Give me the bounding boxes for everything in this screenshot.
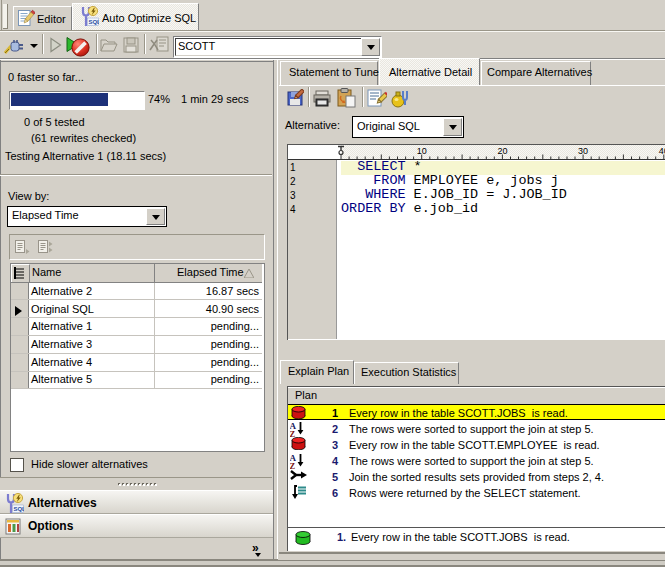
svg-text:SQL: SQL (88, 19, 99, 25)
svg-text:10: 10 (417, 146, 427, 156)
svg-text:Z: Z (290, 461, 296, 471)
svg-text:SQL: SQL (13, 506, 24, 512)
svg-text:40: 40 (659, 146, 665, 156)
svg-text:20: 20 (497, 146, 507, 156)
svg-text:30: 30 (578, 146, 588, 156)
